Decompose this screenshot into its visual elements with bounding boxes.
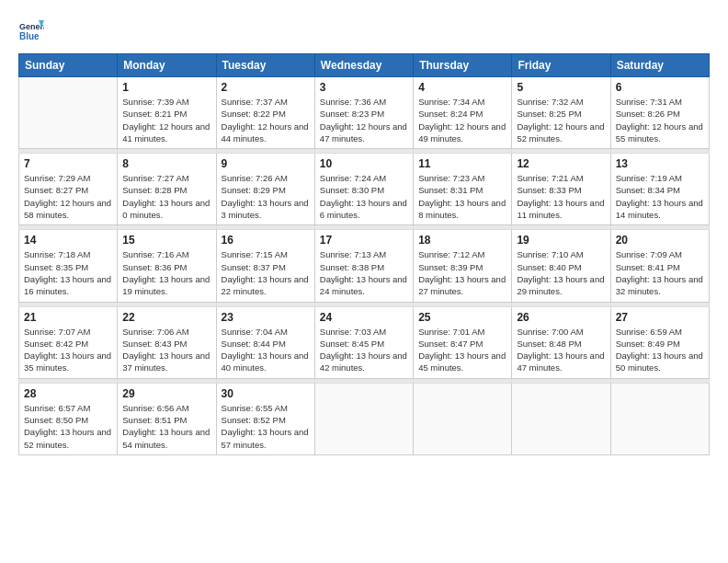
day-info: Sunrise: 7:32 AMSunset: 8:25 PMDaylight:… [517,96,605,144]
calendar-week-row: 28Sunrise: 6:57 AMSunset: 8:50 PMDayligh… [19,383,710,454]
calendar-cell: 9Sunrise: 7:26 AMSunset: 8:29 PMDaylight… [216,154,314,225]
day-info: Sunrise: 7:23 AMSunset: 8:31 PMDaylight:… [418,172,506,221]
page-header: General Blue [18,18,710,44]
day-number: 3 [320,81,408,94]
day-number: 5 [517,81,605,94]
calendar-cell: 28Sunrise: 6:57 AMSunset: 8:50 PMDayligh… [19,383,118,454]
day-number: 22 [122,311,210,324]
calendar-cell: 24Sunrise: 7:03 AMSunset: 8:45 PMDayligh… [314,306,413,378]
day-info: Sunrise: 7:18 AMSunset: 8:35 PMDaylight:… [24,248,112,297]
day-number: 8 [122,157,210,170]
day-number: 26 [517,311,605,324]
day-number: 4 [418,81,506,94]
day-number: 10 [320,157,408,170]
calendar-table: SundayMondayTuesdayWednesdayThursdayFrid… [18,53,710,455]
day-number: 1 [122,81,210,94]
day-info: Sunrise: 7:31 AMSunset: 8:26 PMDaylight:… [616,96,704,144]
day-info: Sunrise: 7:34 AMSunset: 8:24 PMDaylight:… [418,96,506,144]
calendar-cell: 13Sunrise: 7:19 AMSunset: 8:34 PMDayligh… [610,154,709,225]
weekday-header: Wednesday [314,54,413,77]
calendar-cell: 5Sunrise: 7:32 AMSunset: 8:25 PMDaylight… [512,77,610,149]
calendar-cell: 29Sunrise: 6:56 AMSunset: 8:51 PMDayligh… [118,383,216,454]
day-number: 6 [616,81,704,94]
day-info: Sunrise: 7:19 AMSunset: 8:34 PMDaylight:… [616,172,704,221]
logo-svg: General Blue [18,18,44,44]
day-number: 20 [616,234,704,247]
day-number: 13 [616,157,704,170]
day-number: 2 [222,81,310,94]
logo: General Blue [18,18,48,44]
calendar-cell: 1Sunrise: 7:39 AMSunset: 8:21 PMDaylight… [118,77,216,149]
calendar-cell: 12Sunrise: 7:21 AMSunset: 8:33 PMDayligh… [512,154,610,225]
calendar-cell: 3Sunrise: 7:36 AMSunset: 8:23 PMDaylight… [314,77,413,149]
calendar-cell: 26Sunrise: 7:00 AMSunset: 8:48 PMDayligh… [512,306,610,378]
calendar-cell: 30Sunrise: 6:55 AMSunset: 8:52 PMDayligh… [216,383,314,454]
weekday-header: Thursday [414,54,512,77]
calendar-cell: 6Sunrise: 7:31 AMSunset: 8:26 PMDaylight… [610,77,709,149]
day-info: Sunrise: 6:59 AMSunset: 8:49 PMDaylight:… [616,326,704,374]
day-info: Sunrise: 7:06 AMSunset: 8:43 PMDaylight:… [122,326,210,374]
day-info: Sunrise: 7:09 AMSunset: 8:41 PMDaylight:… [616,248,704,297]
day-number: 14 [24,234,112,247]
weekday-header: Monday [118,54,216,77]
day-number: 28 [24,387,112,400]
day-info: Sunrise: 7:01 AMSunset: 8:47 PMDaylight:… [418,326,506,374]
calendar-cell: 22Sunrise: 7:06 AMSunset: 8:43 PMDayligh… [118,306,216,378]
calendar-cell [19,77,118,149]
day-number: 19 [517,234,605,247]
calendar-cell: 19Sunrise: 7:10 AMSunset: 8:40 PMDayligh… [512,230,610,302]
svg-text:Blue: Blue [19,31,40,41]
calendar-cell: 16Sunrise: 7:15 AMSunset: 8:37 PMDayligh… [216,230,314,302]
day-number: 23 [222,311,310,324]
calendar-header-row: SundayMondayTuesdayWednesdayThursdayFrid… [19,54,710,77]
day-info: Sunrise: 7:24 AMSunset: 8:30 PMDaylight:… [320,172,408,221]
calendar-cell: 27Sunrise: 6:59 AMSunset: 8:49 PMDayligh… [610,306,709,378]
day-number: 27 [616,311,704,324]
day-info: Sunrise: 7:12 AMSunset: 8:39 PMDaylight:… [418,248,506,297]
calendar-cell: 7Sunrise: 7:29 AMSunset: 8:27 PMDaylight… [19,154,118,225]
calendar-cell: 8Sunrise: 7:27 AMSunset: 8:28 PMDaylight… [118,154,216,225]
calendar-cell: 25Sunrise: 7:01 AMSunset: 8:47 PMDayligh… [414,306,512,378]
day-number: 11 [418,157,506,170]
day-info: Sunrise: 7:21 AMSunset: 8:33 PMDaylight:… [517,172,605,221]
day-info: Sunrise: 7:15 AMSunset: 8:37 PMDaylight:… [222,248,310,297]
day-number: 17 [320,234,408,247]
day-number: 15 [122,234,210,247]
calendar-cell: 4Sunrise: 7:34 AMSunset: 8:24 PMDaylight… [414,77,512,149]
day-number: 7 [24,157,112,170]
day-info: Sunrise: 7:10 AMSunset: 8:40 PMDaylight:… [517,248,605,297]
weekday-header: Friday [512,54,610,77]
calendar-cell [512,383,610,454]
day-info: Sunrise: 6:56 AMSunset: 8:51 PMDaylight:… [122,402,210,451]
calendar-cell: 17Sunrise: 7:13 AMSunset: 8:38 PMDayligh… [314,230,413,302]
day-info: Sunrise: 7:03 AMSunset: 8:45 PMDaylight:… [320,326,408,374]
calendar-week-row: 7Sunrise: 7:29 AMSunset: 8:27 PMDaylight… [19,154,710,225]
day-number: 12 [517,157,605,170]
day-info: Sunrise: 7:27 AMSunset: 8:28 PMDaylight:… [122,172,210,221]
day-info: Sunrise: 7:39 AMSunset: 8:21 PMDaylight:… [122,96,210,144]
day-info: Sunrise: 7:04 AMSunset: 8:44 PMDaylight:… [222,326,310,374]
calendar-cell: 23Sunrise: 7:04 AMSunset: 8:44 PMDayligh… [216,306,314,378]
day-number: 9 [222,157,310,170]
calendar-cell [610,383,709,454]
calendar-cell: 15Sunrise: 7:16 AMSunset: 8:36 PMDayligh… [118,230,216,302]
day-info: Sunrise: 7:26 AMSunset: 8:29 PMDaylight:… [222,172,310,221]
day-info: Sunrise: 7:13 AMSunset: 8:38 PMDaylight:… [320,248,408,297]
calendar-cell: 20Sunrise: 7:09 AMSunset: 8:41 PMDayligh… [610,230,709,302]
weekday-header: Tuesday [216,54,314,77]
calendar-week-row: 1Sunrise: 7:39 AMSunset: 8:21 PMDaylight… [19,77,710,149]
calendar-cell [414,383,512,454]
day-info: Sunrise: 7:36 AMSunset: 8:23 PMDaylight:… [320,96,408,144]
weekday-header: Sunday [19,54,118,77]
weekday-header: Saturday [610,54,709,77]
day-info: Sunrise: 6:55 AMSunset: 8:52 PMDaylight:… [222,402,310,451]
calendar-week-row: 21Sunrise: 7:07 AMSunset: 8:42 PMDayligh… [19,306,710,378]
calendar-cell: 10Sunrise: 7:24 AMSunset: 8:30 PMDayligh… [314,154,413,225]
calendar-week-row: 14Sunrise: 7:18 AMSunset: 8:35 PMDayligh… [19,230,710,302]
day-number: 16 [222,234,310,247]
day-number: 21 [24,311,112,324]
calendar-cell: 11Sunrise: 7:23 AMSunset: 8:31 PMDayligh… [414,154,512,225]
calendar-cell: 14Sunrise: 7:18 AMSunset: 8:35 PMDayligh… [19,230,118,302]
day-info: Sunrise: 7:37 AMSunset: 8:22 PMDaylight:… [222,96,310,144]
day-number: 29 [122,387,210,400]
